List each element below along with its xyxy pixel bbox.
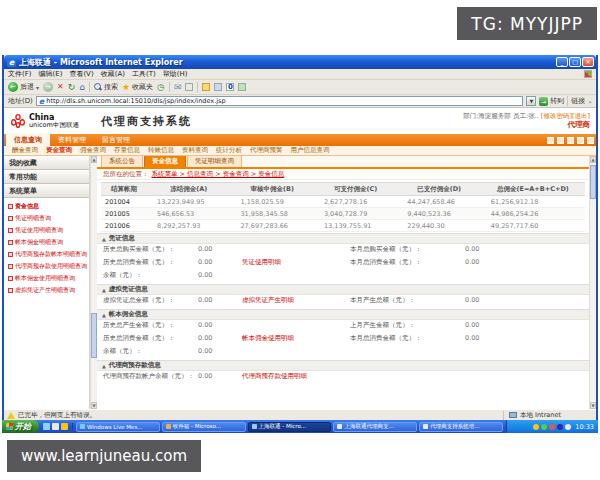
tray-icon[interactable] — [533, 424, 539, 430]
edit-button[interactable] — [214, 83, 222, 91]
task-training-doc[interactable]: 代理商支持系统培... — [419, 422, 503, 432]
sidebar-section-common[interactable]: 常用功能 — [4, 170, 89, 184]
sidebar-item-virtual-voucher[interactable]: 虚拟凭证产生明细查询 — [8, 284, 89, 296]
tab-message-manage[interactable]: 留言管理 — [94, 133, 138, 146]
links-label[interactable]: 链接 — [571, 96, 585, 106]
submenu-item[interactable]: 酬金查询 — [12, 146, 38, 155]
task-agent-doc[interactable]: 上海联通代理商支... — [333, 422, 417, 432]
sidebar-item-funds-info[interactable]: 资金信息 — [8, 200, 89, 212]
mail-button[interactable]: ✉ — [174, 82, 182, 92]
tab-funds-info[interactable]: 资金信息 — [144, 156, 186, 167]
section-header[interactable]: ▲ 帐本佣金信息 — [97, 309, 589, 320]
nav-icon-button[interactable] — [547, 137, 554, 144]
virtual-voucher-detail-link[interactable]: 虚拟凭证产生明细 — [242, 296, 350, 305]
nav-icon-button[interactable] — [577, 137, 584, 144]
submenu-item[interactable]: 存量信息 — [114, 146, 140, 155]
submenu-item[interactable]: 资料查询 — [182, 146, 208, 155]
scrollbar-track[interactable] — [590, 163, 596, 402]
minimize-button[interactable]: _ — [556, 57, 568, 67]
prepaid-usage-detail-link[interactable]: 代理商预存款使用明细 — [242, 372, 350, 381]
search-button[interactable]: 搜索 — [94, 82, 118, 92]
submenu-item[interactable]: 转账信息 — [148, 146, 174, 155]
messenger-button[interactable] — [238, 83, 246, 91]
scrollbar-track[interactable] — [91, 163, 97, 402]
section-header[interactable]: ▲ 虚拟凭证信息 — [97, 284, 589, 295]
window-titlebar[interactable]: e 上海联通 - Microsoft Internet Explorer _ □… — [4, 55, 596, 69]
go-button[interactable]: → 转到 — [539, 96, 564, 106]
submenu-item[interactable]: 佣金查询 — [80, 146, 106, 155]
sidebar-section-system-menu[interactable]: 系统菜单 — [4, 184, 89, 198]
stop-button[interactable]: ✕ — [57, 82, 64, 92]
sidebar-scrollbar[interactable]: ▲ ▼ — [90, 156, 97, 409]
print-button[interactable] — [185, 83, 193, 91]
quick-launch-icon[interactable] — [61, 423, 68, 430]
submenu-item[interactable]: 代理商预警 — [250, 146, 283, 155]
task-inbox[interactable]: 收件箱 - Microso... — [162, 422, 246, 432]
folders-button[interactable] — [202, 83, 210, 91]
forward-button[interactable]: → — [43, 82, 53, 92]
nav-icon-button[interactable] — [567, 137, 574, 144]
nav-icon-button[interactable] — [587, 137, 594, 144]
task-windows-live[interactable]: Windows Live Mes... — [76, 422, 160, 432]
links-chevron-icon[interactable]: » — [588, 98, 592, 105]
task-ie-active[interactable]: 上海联通 - Micro... — [248, 422, 332, 432]
tray-icon[interactable] — [565, 424, 571, 430]
messenger-badge-icon[interactable]: 0 — [226, 83, 234, 91]
sidebar-item-voucher-usage[interactable]: 凭证使用明细查询 — [8, 224, 89, 236]
section-header[interactable]: ▲ 凭证信息 — [97, 233, 589, 244]
sidebar-item-prepaid-ledger[interactable]: 代理商预存款帐本明细查询 — [8, 248, 89, 260]
menu-file[interactable]: 文件(F) — [8, 69, 32, 79]
tray-icon[interactable] — [541, 424, 547, 430]
menu-edit[interactable]: 编辑(E) — [39, 69, 63, 79]
address-dropdown-button[interactable]: ▼ — [526, 96, 536, 106]
home-button[interactable]: ⌂ — [79, 82, 85, 92]
tab-data-manage[interactable]: 资料管理 — [50, 133, 94, 146]
voucher-usage-detail-link[interactable]: 凭证使用明细 — [242, 258, 350, 267]
breadcrumb-path[interactable]: 系统菜单 > 信息查询 > 资金查询 > 资金信息 — [152, 170, 285, 179]
back-dropdown-icon[interactable]: ▾ — [36, 84, 39, 91]
section-header[interactable]: ▲ 代理商预存款信息 — [97, 360, 589, 371]
page-scrollbar[interactable]: ▲ ▼ — [589, 156, 596, 409]
tab-system-notice[interactable]: 系统公告 — [101, 156, 143, 167]
scroll-up-icon[interactable]: ▲ — [590, 156, 596, 163]
close-button[interactable]: ✕ — [582, 57, 594, 67]
submenu-item[interactable]: 统计分析 — [216, 146, 242, 155]
scroll-down-icon[interactable]: ▼ — [590, 402, 596, 409]
sidebar-item-voucher-detail[interactable]: 凭证明细查询 — [8, 212, 89, 224]
sidebar-item-prepaid-usage[interactable]: 代理商预存款使用明细查询 — [8, 260, 89, 272]
nav-icon-button[interactable] — [557, 137, 564, 144]
sidebar-section-favorites[interactable]: 我的收藏 — [4, 156, 89, 170]
maximize-button[interactable]: □ — [569, 57, 581, 67]
menu-tools[interactable]: 工具(T) — [132, 69, 156, 79]
scrollbar-thumb[interactable] — [590, 165, 596, 199]
tray-icon[interactable] — [549, 424, 555, 430]
tab-voucher-detail-query[interactable]: 凭证明细查询 — [187, 156, 242, 167]
menu-view[interactable]: 查看(V) — [69, 69, 93, 79]
submenu-item-active[interactable]: 资金查询 — [46, 146, 72, 155]
history-button[interactable]: ◷ — [157, 82, 165, 92]
quick-launch-icon[interactable] — [52, 423, 59, 430]
refresh-button[interactable]: ↻ — [68, 82, 76, 92]
sidebar-item-label: 凭证明细查询 — [15, 214, 51, 223]
sidebar-item-label: 代理商预存款帐本明细查询 — [15, 250, 87, 259]
back-button[interactable]: ← 后退 ▾ — [8, 82, 39, 92]
field-value: 0.00 — [465, 296, 589, 304]
user-links[interactable]: [修改密码][退出] — [541, 112, 590, 120]
watermark-website: www.learnjuneau.com — [7, 440, 201, 472]
tab-info-query[interactable]: 信息查询 — [6, 133, 50, 146]
main-content: 系统公告 资金信息 凭证明细查询 您所在的位置： 系统菜单 > 信息查询 > 资… — [97, 156, 589, 409]
menu-help[interactable]: 帮助(H) — [163, 69, 188, 79]
start-button[interactable]: 开始 — [2, 420, 39, 433]
tray-icon[interactable] — [557, 424, 563, 430]
quick-launch-icon[interactable] — [43, 423, 50, 430]
ledger-usage-detail-link[interactable]: 帐本佣金使用明细 — [242, 334, 350, 343]
sidebar-item-label: 代理商预存款使用明细查询 — [15, 262, 87, 271]
sidebar-item-ledger-commission[interactable]: 帐本佣金明细查询 — [8, 236, 89, 248]
scrollbar-thumb[interactable] — [91, 313, 97, 358]
sidebar-item-label: 凭证使用明细查询 — [15, 226, 63, 235]
favorites-button[interactable]: ★ 收藏夹 — [122, 82, 153, 92]
address-input[interactable]: e http://dls.sh.unicom.local:15010/dls/j… — [36, 96, 523, 106]
submenu-item[interactable]: 用户信息查询 — [291, 146, 330, 155]
menu-favorites[interactable]: 收藏(A) — [101, 69, 125, 79]
sidebar-item-ledger-usage[interactable]: 帐本佣金使用明细查询 — [8, 272, 89, 284]
